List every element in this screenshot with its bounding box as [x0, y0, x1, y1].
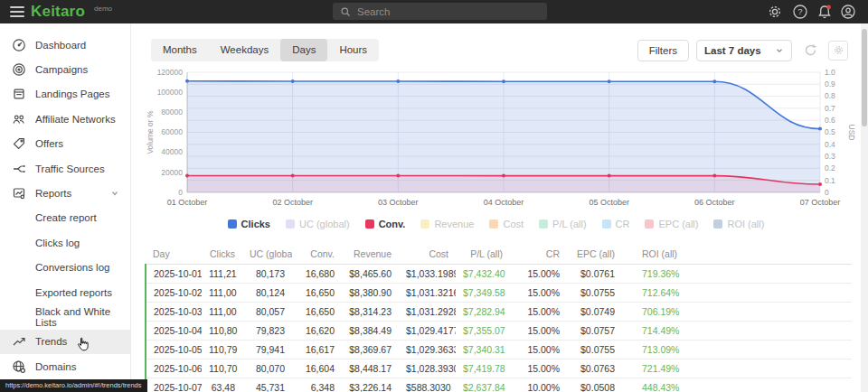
cell-epc-all: $0.0763	[567, 359, 622, 378]
sidebar-item-reports[interactable]: Reports	[0, 181, 130, 205]
legend-swatch	[489, 219, 498, 229]
column-header-epc-all: EPC (all)	[567, 244, 622, 265]
cell-clicks: 110,79	[202, 341, 242, 359]
search-icon	[340, 6, 351, 17]
sidebar-item-label: Offers	[35, 138, 63, 149]
sidebar-item-traffic-sources[interactable]: Traffic Sources	[0, 156, 130, 181]
tab-hours[interactable]: Hours	[327, 39, 379, 61]
cell-revenue: $8,465.60	[342, 265, 399, 284]
legend-item-clicks[interactable]: Clicks	[228, 219, 270, 229]
tab-days[interactable]: Days	[280, 39, 327, 61]
cell-cr: 15.00%	[510, 341, 567, 359]
legend-item-roi-all[interactable]: ROI (all)	[713, 219, 764, 229]
global-search[interactable]	[333, 3, 547, 20]
app-logo[interactable]: Keitaro	[31, 0, 85, 23]
legend-swatch	[539, 219, 548, 229]
cell-uc-global: 79,941	[242, 341, 292, 359]
cell-uc-global: 79,823	[242, 322, 292, 341]
date-range-select[interactable]: Last 7 days	[696, 40, 792, 61]
sidebar-item-campaigns[interactable]: Campaigns	[0, 57, 130, 81]
legend-label: ROI (all)	[727, 219, 764, 229]
svg-text:120000: 120000	[157, 68, 184, 77]
legend-label: EPC (all)	[658, 219, 698, 229]
cell-day: 2025-10-06	[146, 359, 202, 378]
scrollbar-thumb[interactable]	[862, 29, 867, 126]
tab-weekdays[interactable]: Weekdays	[209, 39, 280, 61]
legend-item-epc-all[interactable]: EPC (all)	[645, 219, 698, 229]
legend-item-cr[interactable]: CR	[602, 219, 630, 229]
sidebar-item-create-report[interactable]: Create report	[0, 206, 130, 230]
legend-item-revenue[interactable]: Revenue	[420, 219, 474, 229]
report-icon	[12, 186, 26, 201]
sidebar-item-exported-reports[interactable]: Exported reports	[0, 280, 130, 304]
sidebar-item-affiliate-networks[interactable]: Affiliate Networks	[0, 107, 130, 131]
svg-text:0.8: 0.8	[825, 91, 835, 100]
cell-roi-all: 719.36%	[622, 265, 852, 284]
sidebar-item-label: Clicks log	[35, 238, 80, 248]
svg-text:80000: 80000	[161, 107, 183, 117]
cell-cost: $1,029.4177	[399, 322, 456, 341]
cell-p-l-all: $2,637.84	[456, 378, 510, 392]
account-avatar-icon[interactable]	[840, 4, 856, 20]
legend-item-cost[interactable]: Cost	[489, 219, 524, 229]
cell-day: 2025-10-07	[146, 378, 202, 392]
legend-item-uc-global[interactable]: UC (global)	[286, 219, 350, 229]
cell-clicks: 111,21	[202, 265, 242, 284]
cell-cost: $1,028.3930	[399, 359, 456, 378]
sidebar-item-domains[interactable]: Domains	[0, 354, 130, 378]
svg-text:07 October: 07 October	[800, 198, 841, 207]
cell-clicks: 63,48	[202, 378, 242, 392]
trend-icon	[12, 334, 26, 349]
chart-settings-button[interactable]	[828, 41, 848, 61]
cell-day: 2025-10-01	[146, 265, 202, 284]
cell-uc-global: 80,124	[242, 284, 292, 303]
svg-text:?: ?	[797, 6, 802, 16]
sidebar-item-landings-pages[interactable]: Landings Pages	[0, 82, 130, 107]
cell-conv: 16,680	[292, 265, 342, 284]
notifications-bell-icon[interactable]	[816, 4, 833, 20]
sidebar-item-label: Trends	[35, 336, 67, 347]
sidebar-item-dashboard[interactable]: Dashboard	[0, 33, 130, 57]
branch-icon	[12, 162, 26, 176]
status-url-tooltip: https://demo.keitaro.io/admin/#!/trends/…	[0, 379, 147, 392]
filters-button[interactable]: Filters	[637, 40, 689, 61]
legend-swatch	[420, 219, 429, 229]
sidebar-item-conversions-log[interactable]: Conversions log	[0, 256, 130, 280]
sidebar-item-label: Reports	[35, 188, 71, 199]
svg-text:USD: USD	[847, 125, 856, 141]
cell-conv: 6,348	[292, 378, 342, 392]
svg-text:20000: 20000	[161, 168, 183, 177]
search-input[interactable]	[357, 6, 547, 17]
cell-epc-all: $0.0755	[567, 341, 622, 359]
sidebar-item-clicks-log[interactable]: Clicks log	[0, 230, 130, 255]
cell-epc-all: $0.0749	[567, 303, 622, 322]
chart-legend: ClicksUC (global)Conv.RevenueCostP/L (al…	[131, 219, 861, 229]
sidebar-item-label: Create report	[35, 212, 97, 223]
svg-text:06 October: 06 October	[694, 198, 735, 207]
table-row: 2025-10-05110,7979,94116,617$8,369.67$1,…	[146, 341, 852, 359]
cell-cr: 15.00%	[510, 359, 567, 378]
refresh-button[interactable]	[799, 40, 821, 61]
topbar: Keitaro demo ?	[0, 0, 868, 23]
table-row: 2025-10-06110,7080,07016,604$8,448.17$1,…	[146, 359, 852, 378]
cell-roi-all: 448.43%	[622, 378, 852, 392]
svg-text:0: 0	[825, 188, 829, 197]
column-header-cr: CR	[510, 244, 567, 265]
cell-cost: $1,033.1989	[399, 265, 456, 284]
sidebar-item-trends[interactable]: Trends	[0, 330, 130, 354]
cell-roi-all: 712.64%	[622, 284, 852, 303]
sidebar-item-offers[interactable]: Offers	[0, 132, 130, 156]
settings-gear-icon[interactable]	[767, 4, 783, 20]
legend-swatch	[713, 219, 722, 229]
legend-item-conv[interactable]: Conv.	[365, 219, 406, 229]
svg-text:0.6: 0.6	[825, 116, 835, 125]
help-icon[interactable]: ?	[792, 4, 808, 20]
svg-text:60000: 60000	[161, 127, 183, 136]
legend-label: P/L (all)	[552, 219, 587, 229]
tab-months[interactable]: Months	[151, 39, 209, 61]
legend-item-p-l-all[interactable]: P/L (all)	[539, 219, 587, 229]
hamburger-menu-icon[interactable]	[10, 6, 24, 17]
sidebar-item-black-and-white-lists[interactable]: Black and White Lists	[0, 304, 130, 329]
cell-revenue: $8,314.23	[342, 303, 399, 322]
column-header-p-l-all: P/L (all)	[456, 244, 510, 265]
